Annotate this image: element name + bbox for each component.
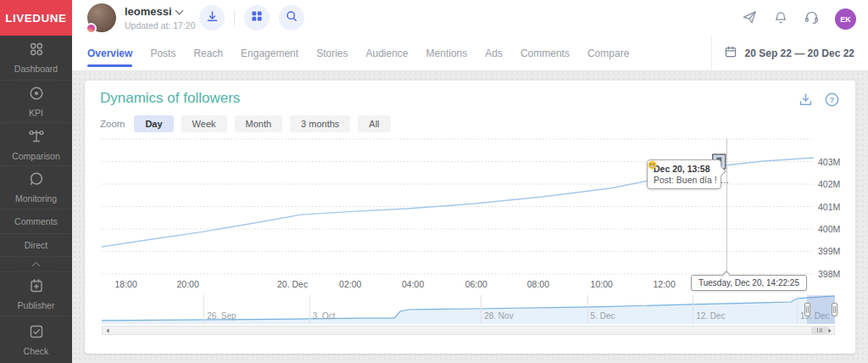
send-icon[interactable]	[742, 9, 758, 29]
sidebar: Dashboard KPI Comparison	[0, 36, 72, 363]
dashboard-icon	[28, 41, 45, 59]
crosshair-line	[726, 138, 727, 274]
followers-panel: Dynamics of followers ?	[85, 81, 855, 354]
check-icon	[28, 323, 45, 342]
sidebar-label: Publisher	[18, 300, 55, 310]
x-axis-tick: 08:00	[527, 279, 549, 289]
tab-posts[interactable]: Posts	[150, 36, 175, 70]
kpi-target-icon	[28, 85, 45, 103]
x-axis-tick: 20:00	[176, 279, 198, 289]
tab-comments[interactable]: Comments	[520, 36, 570, 70]
sidebar-item-comparison[interactable]: Comparison	[0, 123, 72, 166]
navigator-gridline	[203, 295, 204, 324]
chevron-up-icon	[32, 262, 41, 271]
post-tooltip: Dec 20, 13:58 Post: Buen día ! …	[647, 159, 721, 189]
x-axis-tick: 04:00	[402, 279, 424, 289]
zoom-button-month[interactable]: Month	[235, 115, 283, 132]
navigator-tick: 3. Oct	[313, 311, 336, 321]
tab-mentions[interactable]: Mentions	[426, 36, 468, 70]
tab-engagement[interactable]: Engagement	[241, 36, 298, 70]
chart-download-icon[interactable]	[798, 92, 814, 111]
y-axis-tick: 399M	[818, 246, 840, 256]
date-range-picker[interactable]: 20 Sep 22 — 20 Dec 22	[711, 36, 868, 70]
zoom-label: Zoom	[100, 119, 125, 129]
navigator-handle-left[interactable]	[804, 303, 810, 316]
account-avatar	[87, 3, 116, 32]
header-right: EK	[742, 8, 856, 30]
navigator-gridline	[693, 295, 693, 324]
tab-stories[interactable]: Stories	[316, 36, 348, 70]
sidebar-label: Comparison	[12, 151, 60, 161]
calendar-icon	[724, 45, 737, 61]
y-axis-tick: 402M	[818, 179, 840, 189]
tab-audience[interactable]: Audience	[366, 36, 409, 70]
apps-button[interactable]	[244, 5, 270, 31]
sidebar-label: Monitoring	[15, 193, 57, 204]
sidebar-item-check[interactable]: Check	[0, 316, 72, 363]
tab-ads[interactable]: Ads	[485, 36, 503, 70]
main-area: OverviewPostsReachEngagementStoriesAudie…	[72, 36, 868, 363]
sidebar-item-comments[interactable]: Comments	[0, 209, 72, 234]
zoom-button-day[interactable]: Day	[134, 115, 173, 132]
zoom-button-all[interactable]: All	[358, 115, 390, 132]
sidebar-item-monitoring[interactable]: Monitoring	[0, 166, 72, 209]
date-range-label: 20 Sep 22 — 20 Dec 22	[745, 47, 854, 59]
y-axis-tick: 400M	[818, 224, 840, 234]
app-window: LIVEDUNE leomessi Updated at: 17:20	[0, 0, 868, 363]
navigator-tick: 28. Nov	[484, 311, 513, 321]
account-switcher[interactable]: leomessi Updated at: 17:20	[87, 3, 195, 32]
navigator-tick: 26. Sep	[207, 311, 236, 321]
divider	[234, 10, 235, 25]
zoom-controls: Zoom DayWeekMonth3 monthsAll	[100, 115, 391, 132]
tabs: OverviewPostsReachEngagementStoriesAudie…	[72, 36, 629, 70]
post-tooltip-ellipsis: …	[721, 175, 730, 185]
followers-chart[interactable]: 403M402M401M400M399M398M 18:0020:0020. D…	[102, 138, 814, 274]
grid-icon	[250, 9, 264, 26]
header-actions	[199, 5, 304, 31]
sidebar-label: Dashboard	[14, 64, 58, 74]
x-axis-tick: 02:00	[339, 279, 361, 289]
support-headset-icon[interactable]	[804, 9, 820, 29]
navigator-tick: 12. Dec	[696, 311, 725, 321]
instagram-badge-icon	[86, 23, 97, 34]
x-axis-tick: 12:00	[653, 279, 675, 289]
livedune-logo[interactable]: LIVEDUNE	[0, 0, 72, 36]
export-button[interactable]	[199, 5, 225, 31]
help-icon[interactable]: ?	[824, 92, 840, 111]
monitoring-chat-icon	[28, 170, 45, 189]
sidebar-item-direct[interactable]: Direct	[0, 234, 72, 257]
chart-scrollbar[interactable]	[102, 326, 835, 335]
tab-compare[interactable]: Compare	[587, 36, 629, 70]
publisher-calendar-icon	[28, 277, 45, 296]
svg-text:?: ?	[830, 95, 835, 104]
account-updated: Updated at: 17:20	[125, 20, 195, 31]
navigator-gridline	[797, 295, 798, 324]
zoom-button-3-months[interactable]: 3 months	[290, 115, 350, 132]
user-avatar[interactable]: EK	[835, 8, 856, 30]
sidebar-label: Check	[24, 346, 49, 356]
range-navigator[interactable]: 26. Sep3. Oct28. Nov5. Dec12. Dec19. Dec	[102, 295, 835, 324]
account-name[interactable]: leomessi	[125, 5, 172, 18]
post-tooltip-date: Dec 20, 13:58	[654, 164, 715, 174]
zoom-button-week[interactable]: Week	[181, 115, 227, 132]
search-button[interactable]	[279, 5, 304, 31]
navigator-gridline	[481, 295, 481, 324]
sidebar-collapse[interactable]	[0, 257, 72, 272]
tab-bar: OverviewPostsReachEngagementStoriesAudie…	[72, 36, 868, 71]
download-icon	[205, 9, 220, 27]
sidebar-item-publisher[interactable]: Publisher	[0, 272, 72, 317]
navigator-gridline	[309, 295, 310, 324]
axis-tooltip: Tuesday, Dec 20, 14:22:25	[691, 275, 807, 291]
sidebar-label: Comments	[14, 216, 58, 226]
navigator-handle-right[interactable]	[832, 303, 837, 316]
tab-reach[interactable]: Reach	[193, 36, 223, 70]
scrollbar-left-arrow[interactable]	[103, 327, 112, 334]
tab-overview[interactable]: Overview	[87, 36, 132, 70]
scrollbar-right-arrow[interactable]	[825, 327, 834, 334]
sidebar-item-kpi[interactable]: KPI	[0, 81, 72, 124]
sidebar-item-dashboard[interactable]: Dashboard	[0, 36, 72, 81]
y-axis-tick: 398M	[818, 269, 840, 279]
notifications-bell-icon[interactable]	[773, 10, 788, 29]
navigator-tick: 5. Dec	[591, 311, 615, 321]
search-icon	[285, 9, 298, 26]
